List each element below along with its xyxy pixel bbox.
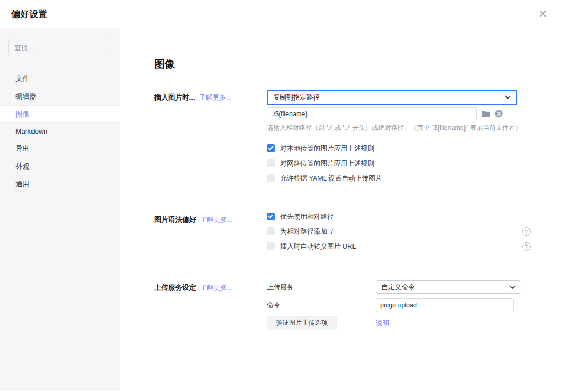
image-syntax-learn-more-link[interactable]: 了解更多... xyxy=(200,216,233,223)
sidebar-item-image[interactable]: 图像 xyxy=(0,105,120,123)
copy-path-input[interactable] xyxy=(267,107,477,120)
chevron-down-icon xyxy=(505,95,511,100)
sidebar-item-editor[interactable]: 编辑器 xyxy=(0,88,120,105)
help-icon[interactable]: ? xyxy=(522,242,531,251)
checkbox-label: 对网络位置的图片应用上述规则 xyxy=(280,159,374,168)
sidebar-item-general[interactable]: 通用 xyxy=(0,175,120,193)
dialog-titlebar: 偏好设置 ✕ xyxy=(0,0,561,28)
folder-browse-icon[interactable] xyxy=(482,110,490,118)
checkbox-row-network-images[interactable]: 对网络位置的图片应用上述规则 xyxy=(267,159,531,167)
sidebar-item-markdown[interactable]: Markdown xyxy=(0,123,120,140)
section-insert-image: 插入图片时...了解更多... 复制到指定路径 xyxy=(154,90,561,189)
checkbox-unchecked-icon[interactable] xyxy=(267,227,275,235)
checkbox-row-add-dot-slash[interactable]: 为相对路径添加 ./ ? xyxy=(267,227,531,235)
command-row: 命令 xyxy=(267,298,531,312)
checkbox-row-escape-url[interactable]: 插入时自动转义图片 URL ? xyxy=(267,242,531,250)
upload-service-learn-more-link[interactable]: 了解更多... xyxy=(200,284,233,291)
checkbox-label: 允许根据 YAML 设置自动上传图片 xyxy=(280,174,382,183)
sidebar: 文件 编辑器 图像 Markdown 导出 外观 通用 xyxy=(0,28,120,391)
clear-path-icon[interactable] xyxy=(495,110,503,118)
checkbox-unchecked-icon[interactable] xyxy=(267,159,275,167)
upload-help-link[interactable]: 说明 xyxy=(376,319,389,328)
dialog-title: 偏好设置 xyxy=(11,8,47,20)
chevron-down-icon xyxy=(509,285,516,289)
checkbox-row-yaml-upload[interactable]: 允许根据 YAML 设置自动上传图片 xyxy=(267,174,531,182)
page-title: 图像 xyxy=(154,57,561,71)
checkbox-unchecked-icon[interactable] xyxy=(267,174,275,182)
checkbox-label: 插入时自动转义图片 URL xyxy=(280,242,356,251)
checkbox-label: 为相对路径添加 ./ xyxy=(280,227,333,236)
sidebar-item-export[interactable]: 导出 xyxy=(0,140,120,158)
insert-action-select[interactable]: 复制到指定路径 xyxy=(267,90,517,105)
checkbox-label: 对本地位置的图片应用上述规则 xyxy=(280,144,374,153)
checkbox-checked-icon[interactable] xyxy=(267,144,275,152)
checkbox-row-local-images[interactable]: 对本地位置的图片应用上述规则 xyxy=(267,144,531,152)
checkbox-label: 优先使用相对路径 xyxy=(280,212,334,221)
validate-upload-button[interactable]: 验证图片上传选项 xyxy=(267,316,337,330)
checkbox-row-prefer-relative-path[interactable]: 优先使用相对路径 xyxy=(267,213,531,220)
validate-row: 验证图片上传选项 说明 xyxy=(267,316,531,330)
help-icon[interactable]: ? xyxy=(522,227,531,236)
command-input[interactable] xyxy=(376,298,514,312)
insert-action-select-value: 复制到指定路径 xyxy=(273,93,320,102)
upload-service-row: 上传服务 自定义命令 xyxy=(267,280,531,294)
image-syntax-label: 图片语法偏好 xyxy=(154,216,196,223)
close-icon[interactable]: ✕ xyxy=(536,7,550,21)
upload-service-field-label: 上传服务 xyxy=(267,283,376,292)
sidebar-item-appearance[interactable]: 外观 xyxy=(0,158,120,175)
checkbox-checked-icon[interactable] xyxy=(267,213,275,220)
sidebar-nav: 文件 编辑器 图像 Markdown 导出 外观 通用 xyxy=(0,70,120,193)
upload-service-select[interactable]: 自定义命令 xyxy=(376,280,521,294)
upload-service-select-value: 自定义命令 xyxy=(381,283,415,292)
section-image-syntax: 图片语法偏好了解更多... 优先使用相对路径 为相对路径添加 ./ ? xyxy=(154,212,561,257)
settings-panel: 图像 插入图片时...了解更多... 复制到指定路径 xyxy=(120,28,561,391)
search-input[interactable] xyxy=(8,39,111,56)
path-hint-text: 请输入相对路径（以 './' 或 '../' 开头）或绝对路径。（其中 `${f… xyxy=(267,124,531,133)
checkbox-unchecked-icon[interactable] xyxy=(267,242,275,250)
upload-service-label: 上传服务设定 xyxy=(154,284,196,291)
command-field-label: 命令 xyxy=(267,301,376,310)
sidebar-item-file[interactable]: 文件 xyxy=(0,70,120,88)
section-upload-service: 上传服务设定了解更多... 上传服务 自定义命令 命令 xyxy=(154,280,561,334)
insert-image-label: 插入图片时... xyxy=(154,93,195,101)
insert-image-learn-more-link[interactable]: 了解更多... xyxy=(199,93,232,101)
